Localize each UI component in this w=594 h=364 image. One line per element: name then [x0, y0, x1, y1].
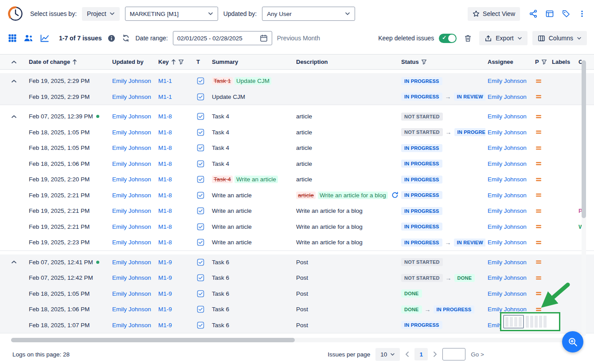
issue-source-dropdown[interactable]: Project	[82, 7, 120, 21]
assignee-link[interactable]: Emily Johnson	[488, 259, 527, 266]
assignee-link[interactable]: Emily Johnson	[488, 113, 527, 120]
status-badge: NOT STARTED	[401, 274, 443, 282]
filter-icon[interactable]	[178, 59, 184, 65]
horizontal-scrollbar[interactable]	[11, 338, 578, 342]
updated-by-cell: Emily Johnson	[109, 322, 156, 329]
user-link[interactable]: Emily Johnson	[112, 306, 151, 313]
issue-key-link[interactable]: M1-8	[158, 207, 172, 214]
horizontal-scrollbar-thumb[interactable]	[11, 338, 295, 342]
new-value: Write an article	[234, 176, 278, 183]
assignee-link[interactable]: Emily Johnson	[488, 94, 527, 100]
user-link[interactable]: Emily Johnson	[112, 192, 151, 199]
assignee-link[interactable]: Emily Johnson	[488, 306, 527, 313]
more-menu-button[interactable]	[577, 9, 587, 19]
filter-icon[interactable]	[421, 59, 427, 65]
sort-up-icon[interactable]	[171, 59, 176, 65]
export-button[interactable]: Export	[479, 31, 527, 45]
user-link[interactable]: Emily Johnson	[112, 207, 151, 214]
select-view-button[interactable]: Select View	[468, 7, 520, 21]
group-collapse-button[interactable]	[11, 260, 17, 264]
vertical-scrollbar-thumb[interactable]	[582, 60, 586, 218]
assignee-link[interactable]: Emily Johnson	[488, 223, 527, 230]
sort-up-icon[interactable]	[72, 59, 77, 65]
status-cell: NOT STARTED→DONE	[399, 274, 485, 282]
assignee-link[interactable]: Emily Johnson	[488, 78, 527, 84]
assignee-link[interactable]: Emily Johnson	[488, 145, 527, 151]
chart-view-button[interactable]	[39, 33, 51, 43]
go-to-page-input[interactable]	[442, 348, 465, 360]
delete-button[interactable]	[463, 33, 473, 43]
columns-button[interactable]: Columns	[532, 31, 587, 45]
updated-by-select[interactable]: Any User	[262, 7, 355, 21]
user-link[interactable]: Emily Johnson	[112, 322, 151, 329]
next-page-button[interactable]	[433, 351, 437, 357]
key-cell: M1-8	[156, 239, 193, 246]
updated-by-cell: Emily Johnson	[109, 160, 156, 167]
refresh-button[interactable]	[121, 33, 131, 43]
user-link[interactable]: Emily Johnson	[112, 239, 151, 246]
info-icon[interactable]	[107, 34, 116, 43]
toggle-knob	[448, 35, 456, 42]
issue-key-link[interactable]: M1-8	[158, 223, 172, 230]
priority-medium-icon	[535, 208, 542, 214]
issue-key-link[interactable]: M1-8	[158, 113, 172, 120]
issue-key-link[interactable]: M1-8	[158, 145, 172, 151]
issue-key-link[interactable]: M1-9	[158, 306, 172, 313]
user-link[interactable]: Emily Johnson	[112, 223, 151, 230]
field-value: Task 6	[212, 274, 229, 281]
issue-key-link[interactable]: M1-9	[158, 259, 172, 266]
user-link[interactable]: Emily Johnson	[112, 113, 151, 120]
collapse-all-button[interactable]	[11, 60, 17, 64]
keep-deleted-toggle[interactable]: ✓	[439, 34, 457, 43]
prev-page-button[interactable]	[405, 351, 409, 357]
assignee-link[interactable]: Emily Johnson	[488, 129, 527, 136]
priority-cell	[530, 208, 547, 214]
user-link[interactable]: Emily Johnson	[112, 274, 151, 281]
assignee-link[interactable]: Emily Johnson	[488, 160, 527, 167]
previous-month-link[interactable]: Previous Month	[277, 35, 320, 42]
user-link[interactable]: Emily Johnson	[112, 129, 151, 136]
vertical-scrollbar[interactable]	[582, 59, 586, 336]
user-link[interactable]: Emily Johnson	[112, 78, 151, 84]
project-select[interactable]: MARKETING [M1]	[125, 7, 218, 21]
issue-key-link[interactable]: M1-8	[158, 192, 172, 199]
assignee-link[interactable]: Emily Johnson	[488, 192, 527, 199]
assignee-link[interactable]: Emily Johnson	[488, 274, 527, 281]
quick-search-fab[interactable]	[562, 331, 583, 352]
user-link[interactable]: Emily Johnson	[112, 176, 151, 183]
issue-key-link[interactable]: M1-8	[158, 239, 172, 246]
user-link[interactable]: Emily Johnson	[112, 259, 151, 266]
issue-key-link[interactable]: M1-8	[158, 129, 172, 136]
issue-key-link[interactable]: M1-9	[158, 322, 172, 329]
issue-key-link[interactable]: M1-8	[158, 176, 172, 183]
users-view-button[interactable]	[23, 33, 34, 43]
assignee-link[interactable]: Emily Johnson	[488, 176, 527, 183]
board-export-button[interactable]	[544, 8, 555, 19]
go-to-page-button[interactable]: Go >	[471, 351, 484, 358]
user-link[interactable]: Emily Johnson	[112, 94, 151, 100]
user-link[interactable]: Emily Johnson	[112, 290, 151, 297]
user-link[interactable]: Emily Johnson	[112, 160, 151, 167]
users-view-icon	[23, 34, 33, 43]
revert-change-button[interactable]	[391, 192, 399, 199]
filter-icon[interactable]	[541, 59, 547, 65]
labels-manager-button[interactable]	[561, 8, 571, 19]
assignee-link[interactable]: Emily Johnson	[488, 207, 527, 214]
group-collapse-button[interactable]	[11, 115, 17, 118]
current-page-button[interactable]: 1	[414, 348, 428, 360]
grid-view-button[interactable]	[7, 33, 18, 43]
issue-key-link[interactable]: M1-8	[158, 160, 172, 167]
task-type-icon	[197, 305, 204, 313]
assignee-link[interactable]: Emily Johnson	[488, 239, 527, 246]
share-button[interactable]	[528, 8, 539, 19]
user-link[interactable]: Emily Johnson	[112, 145, 151, 151]
group-collapse-button[interactable]	[11, 79, 17, 83]
issue-key-link[interactable]: M1-9	[158, 274, 172, 281]
issue-key-link[interactable]: M1-1	[158, 94, 172, 100]
page-size-select[interactable]: 10	[375, 348, 400, 361]
assignee-link[interactable]: Emily Johnson	[488, 290, 527, 297]
issue-key-link[interactable]: M1-9	[158, 290, 172, 297]
issue-key-link[interactable]: M1-1	[158, 78, 172, 84]
old-value: article	[296, 192, 316, 199]
date-range-input[interactable]: 02/01/2025 - 02/28/2025	[173, 31, 272, 45]
